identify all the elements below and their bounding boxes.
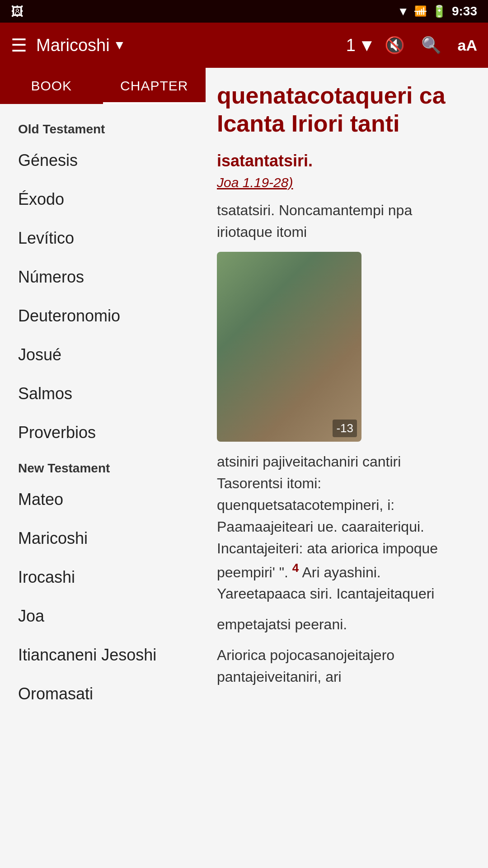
book-item-itiancaneni[interactable]: Itiancaneni Jesoshi: [0, 636, 206, 675]
new-testament-header: New Testament: [0, 452, 206, 480]
search-icon[interactable]: 🔍: [421, 36, 441, 55]
book-item-genesis[interactable]: Génesis: [0, 141, 206, 180]
book-item-salmos[interactable]: Salmos: [0, 374, 206, 413]
status-bar-left: 🖼: [11, 4, 23, 19]
book-item-exodo[interactable]: Éxodo: [0, 180, 206, 219]
book-item-deuteronomio[interactable]: Deuteronomio: [0, 297, 206, 335]
mute-icon[interactable]: 🔇: [385, 36, 405, 55]
tab-book-label: BOOK: [31, 78, 72, 94]
book-item-oromasati[interactable]: Oromasati: [0, 675, 206, 713]
chapter-dropdown-arrow: ▼: [358, 36, 375, 55]
content-subtitle: isatantatsiri.: [217, 151, 470, 170]
text-after-content: atsiniri pajiveitachaniri cantiri Tasore…: [217, 453, 438, 580]
battery-icon: 🔋: [432, 5, 446, 19]
verse-number: 4: [292, 561, 299, 575]
toolbar-title-area[interactable]: Maricoshi ▼: [36, 36, 337, 55]
book-item-joa[interactable]: Joa: [0, 597, 206, 636]
reference-text: Joa 1.19-28): [217, 175, 293, 190]
old-testament-header: Old Testament: [0, 113, 206, 141]
book-item-mateo[interactable]: Mateo: [0, 480, 206, 519]
tab-chapter[interactable]: CHAPTER: [103, 68, 206, 104]
sidebar: Old Testament Génesis Éxodo Levítico Núm…: [0, 104, 206, 868]
wifi-icon: ▼: [397, 5, 409, 19]
status-bar: 🖼 ▼ 📶 🔋 9:33: [0, 0, 488, 23]
book-item-irocashi[interactable]: Irocashi: [0, 558, 206, 597]
image-caption: -13: [333, 420, 357, 437]
book-title: Maricoshi: [36, 36, 110, 55]
title-dropdown-arrow: ▼: [113, 38, 126, 52]
menu-icon[interactable]: ☰: [11, 35, 27, 56]
status-time: 9:33: [452, 4, 477, 19]
chapter-number: 1: [346, 36, 356, 55]
status-bar-right: ▼ 📶 🔋 9:33: [397, 4, 477, 19]
content-text-after: atsiniri pajiveitachaniri cantiri Tasore…: [217, 451, 470, 605]
book-item-josue[interactable]: Josué: [0, 335, 206, 374]
book-item-numeros[interactable]: Números: [0, 258, 206, 297]
tab-book[interactable]: BOOK: [0, 68, 103, 104]
chapter-selector[interactable]: 1 ▼: [346, 36, 375, 55]
content-text-final: empetajatsi peerani.: [217, 613, 470, 635]
signal-icon: 📶: [414, 5, 427, 17]
app-toolbar: ☰ Maricoshi ▼ 1 ▼ 🔇 🔍 aA: [0, 23, 488, 68]
toolbar-right-icons: 🔇 🔍 aA: [385, 36, 477, 55]
book-item-levitico[interactable]: Levítico: [0, 219, 206, 258]
font-size-icon[interactable]: aA: [458, 37, 477, 54]
book-item-proverbios[interactable]: Proverbios: [0, 413, 206, 452]
tab-bar: BOOK CHAPTER: [0, 68, 206, 104]
book-item-maricoshi[interactable]: Maricoshi: [0, 519, 206, 558]
content-reference: Joa 1.19-28): [217, 175, 470, 190]
content-image: -13: [217, 252, 361, 442]
app-icon: 🖼: [11, 4, 23, 19]
content-text-before: tsatatsiri. Noncamantempi npa iriotaque …: [217, 199, 470, 243]
content-title: quenatacotaqueri ca Icanta Iriori tanti: [217, 81, 470, 138]
tab-chapter-label: CHAPTER: [120, 78, 188, 94]
content-text-bottom: Ariorica pojocasanojeitajero pantajeivei…: [217, 644, 470, 688]
